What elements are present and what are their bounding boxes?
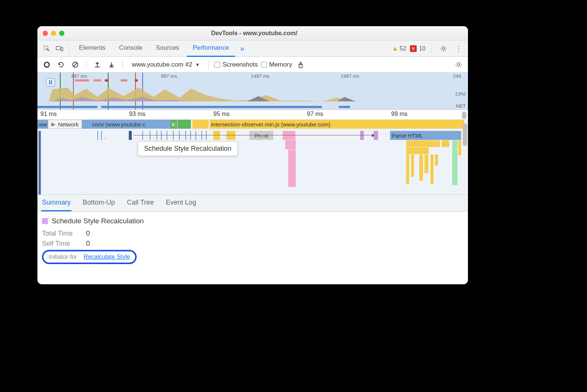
flame-bar[interactable] xyxy=(425,154,428,173)
reload-button[interactable] xyxy=(55,59,67,70)
flame-bar[interactable] xyxy=(206,120,209,129)
chevron-down-icon: ▼ xyxy=(195,62,200,67)
timeline-ruler[interactable]: 91 ms 93 ms 95 ms 97 ms 99 ms xyxy=(37,110,468,120)
network-track-header[interactable]: ▶ Network xyxy=(48,120,82,129)
capture-settings-icon[interactable] xyxy=(453,59,464,70)
flame-tick[interactable] xyxy=(129,131,132,140)
flame-bar-pink[interactable] xyxy=(288,150,296,187)
flame-bar[interactable] xyxy=(188,120,191,129)
flame-bar[interactable] xyxy=(406,147,429,154)
device-toggle-icon[interactable] xyxy=(54,43,65,54)
flame-tick[interactable] xyxy=(39,131,41,195)
garbage-collect-icon[interactable] xyxy=(295,59,306,70)
flame-bar-pink[interactable] xyxy=(283,131,295,140)
ruler-scrollbar[interactable] xyxy=(462,111,466,119)
initiator-link[interactable]: Recalculate Style xyxy=(84,254,130,260)
flame-bar-parse-html[interactable]: Parse HTML xyxy=(390,131,461,140)
more-tabs-icon[interactable]: » xyxy=(237,43,248,54)
kebab-menu-icon[interactable]: ⋮ xyxy=(453,43,464,54)
flame-bar[interactable] xyxy=(213,131,220,140)
flame-bar[interactable] xyxy=(406,154,409,184)
chevron-right-icon: ▶ xyxy=(51,121,56,128)
initiator-label: Initiator for xyxy=(49,254,77,260)
memory-checkbox[interactable]: Memory xyxy=(261,61,292,68)
screenshots-label: Screenshots xyxy=(222,61,258,68)
flame-bar[interactable]: K xyxy=(170,120,177,129)
recording-selector[interactable]: www.youtube.com #2 ▼ xyxy=(128,61,203,68)
flame-tick[interactable] xyxy=(97,131,98,140)
overview-viewport-handle[interactable] xyxy=(46,78,55,86)
errors-badge[interactable]: ✕ 10 xyxy=(410,45,426,52)
initiator-arrow xyxy=(133,135,374,135)
summary-panel: Schedule Style Recalculation Total Time … xyxy=(37,212,468,269)
overview-marker xyxy=(105,79,108,82)
flame-bar-task[interactable]: intersection-observer.min.js (www.youtub… xyxy=(210,120,464,129)
minimize-window-button[interactable] xyxy=(51,31,56,36)
details-tab-event-log[interactable]: Event Log xyxy=(165,195,197,211)
screenshots-checkbox[interactable]: Screenshots xyxy=(214,61,258,68)
flame-bar-pink[interactable] xyxy=(285,140,296,149)
flame-bar[interactable] xyxy=(226,131,235,140)
initiator-row-highlighted: Initiator for Recalculate Style xyxy=(42,250,137,264)
ruler-tick: 95 ms xyxy=(213,111,230,117)
tab-sources[interactable]: Sources xyxy=(150,40,185,57)
flame-bar[interactable] xyxy=(458,140,461,155)
flame-tick[interactable] xyxy=(195,131,196,140)
inspect-icon[interactable] xyxy=(41,43,52,54)
warning-icon: ▲ xyxy=(392,45,398,52)
flame-bar[interactable] xyxy=(406,140,440,147)
flame-tick[interactable] xyxy=(101,131,102,140)
errors-count: 10 xyxy=(419,45,426,52)
upload-icon[interactable] xyxy=(92,59,103,70)
divider xyxy=(86,61,86,69)
flame-tick[interactable] xyxy=(150,131,150,140)
details-tab-call-tree[interactable]: Call Tree xyxy=(126,195,155,211)
flame-tick[interactable] xyxy=(167,131,167,140)
flame-tick[interactable] xyxy=(185,131,186,140)
flame-bar-green[interactable] xyxy=(452,140,457,185)
flame-tick[interactable] xyxy=(190,131,191,140)
overview-ticks: 497 ms 997 ms 1497 ms 1997 ms 249 xyxy=(37,73,468,80)
warnings-badge[interactable]: ▲ 52 xyxy=(392,45,407,52)
flame-tick[interactable] xyxy=(173,131,174,140)
close-window-button[interactable] xyxy=(43,31,48,36)
flame-bar[interactable] xyxy=(442,140,449,147)
maximize-window-button[interactable] xyxy=(59,31,64,36)
divider xyxy=(122,61,123,69)
ruler-tick: 93 ms xyxy=(129,111,146,117)
flame-bar-chip[interactable]: Pr...d xyxy=(249,131,273,140)
flame-tick[interactable] xyxy=(142,131,143,140)
flame-chart[interactable]: ww com/ (www.youtube.c ▶ Network K inter… xyxy=(37,120,468,195)
details-tab-summary[interactable]: Summary xyxy=(41,195,72,211)
record-button[interactable] xyxy=(41,59,52,70)
clear-button[interactable] xyxy=(70,59,81,70)
flame-tick[interactable] xyxy=(105,137,106,140)
divider xyxy=(209,61,209,69)
flame-bar[interactable] xyxy=(431,154,434,184)
total-time-value: 0 xyxy=(86,230,90,238)
error-icon: ✕ xyxy=(410,45,417,52)
flame-bar[interactable] xyxy=(411,154,414,177)
flame-tick[interactable] xyxy=(179,131,180,140)
details-tab-bottom-up[interactable]: Bottom-Up xyxy=(82,195,116,211)
flame-tooltip: Schedule Style Recalculation xyxy=(138,141,238,156)
download-icon[interactable] xyxy=(106,59,117,70)
flame-bar[interactable] xyxy=(419,154,423,181)
settings-icon[interactable] xyxy=(438,43,449,54)
flame-tick[interactable] xyxy=(206,131,207,140)
tab-console[interactable]: Console xyxy=(113,40,148,57)
flame-tick[interactable] xyxy=(201,131,202,140)
flame-bar-purple[interactable] xyxy=(360,131,364,140)
svg-point-3 xyxy=(442,48,445,50)
overview-panel[interactable]: 497 ms 997 ms 1497 ms 1997 ms 249 xyxy=(37,73,468,110)
flame-scrollbar[interactable] xyxy=(463,123,467,146)
devtools-window: DevTools - www.youtube.com/ Elements Con… xyxy=(37,26,468,284)
tab-elements[interactable]: Elements xyxy=(73,40,112,57)
flame-tick[interactable] xyxy=(156,131,157,140)
flame-bar[interactable] xyxy=(435,154,438,166)
traffic-lights xyxy=(43,31,64,36)
flame-tick[interactable] xyxy=(161,131,162,140)
overview-tick: 997 ms xyxy=(161,73,177,79)
details-tabs-row: Summary Bottom-Up Call Tree Event Log xyxy=(37,195,468,212)
tab-performance[interactable]: Performance xyxy=(187,40,235,57)
